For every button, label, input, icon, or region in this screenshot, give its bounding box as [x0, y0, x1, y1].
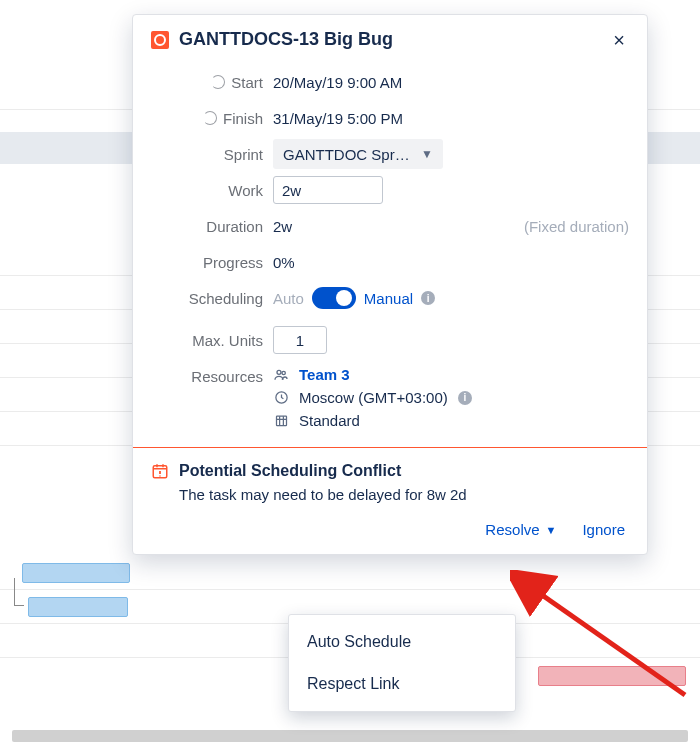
work-input[interactable] [273, 176, 383, 204]
scheduling-auto: Auto [273, 290, 304, 307]
chevron-down-icon: ▼ [421, 147, 433, 161]
menu-item-auto-schedule[interactable]: Auto Schedule [289, 621, 515, 663]
chevron-down-icon: ▼ [546, 524, 557, 536]
resource-timezone: Moscow (GMT+03:00) [299, 389, 448, 406]
svg-point-1 [282, 371, 285, 374]
start-label: Start [231, 74, 263, 91]
scheduling-label: Scheduling [189, 290, 263, 307]
sprint-select[interactable]: GANTTDOC Spr… ▼ [273, 139, 443, 169]
team-icon [273, 367, 289, 383]
clock-icon [273, 390, 289, 405]
conflict-section: Potential Scheduling Conflict The task m… [133, 447, 647, 554]
info-icon[interactable]: i [458, 391, 472, 405]
resolve-menu: Auto Schedule Respect Link [288, 614, 516, 712]
close-button[interactable]: × [609, 30, 629, 50]
info-icon[interactable]: i [421, 291, 435, 305]
svg-point-5 [159, 475, 161, 477]
conflict-message: The task may need to be delayed for 8w 2… [179, 486, 629, 503]
scheduling-manual: Manual [364, 290, 413, 307]
finish-label: Finish [223, 110, 263, 127]
task-details-panel: GANTTDOCS-13 Big Bug × Start 20/May/19 9… [132, 14, 648, 555]
resource-calendar: Standard [299, 412, 360, 429]
progress-value[interactable]: 0% [273, 254, 295, 271]
maxunits-label: Max. Units [192, 332, 263, 349]
panel-title: GANTTDOCS-13 Big Bug [179, 29, 609, 50]
conflict-title: Potential Scheduling Conflict [179, 462, 401, 480]
progress-label: Progress [203, 254, 263, 271]
reschedule-icon [203, 111, 217, 125]
duration-note: (Fixed duration) [524, 218, 629, 235]
reschedule-icon [211, 75, 225, 89]
work-label: Work [228, 182, 263, 199]
ignore-button[interactable]: Ignore [582, 521, 625, 538]
sprint-label: Sprint [224, 146, 263, 163]
svg-point-0 [277, 370, 281, 374]
finish-value[interactable]: 31/May/19 5:00 PM [273, 110, 403, 127]
duration-value: 2w [273, 218, 292, 235]
maxunits-input[interactable] [273, 326, 327, 354]
calendar-grid-icon [273, 413, 289, 428]
horizontal-scrollbar[interactable] [12, 730, 688, 742]
resources-label: Resources [191, 368, 263, 385]
bug-issue-icon [151, 31, 169, 49]
menu-item-respect-link[interactable]: Respect Link [289, 663, 515, 705]
resolve-button[interactable]: Resolve ▼ [485, 521, 556, 538]
resource-team[interactable]: Team 3 [299, 366, 350, 383]
scheduling-toggle[interactable] [312, 287, 356, 309]
conflict-calendar-icon [151, 462, 169, 480]
svg-rect-3 [276, 416, 286, 425]
duration-label: Duration [206, 218, 263, 235]
start-value[interactable]: 20/May/19 9:00 AM [273, 74, 402, 91]
sprint-selected: GANTTDOC Spr… [283, 146, 410, 163]
